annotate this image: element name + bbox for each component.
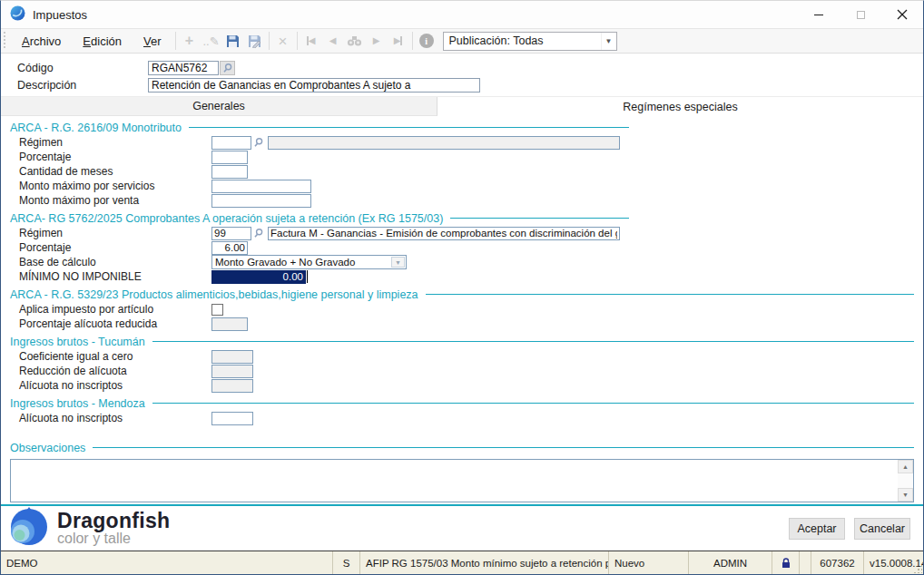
observaciones-scrollbar: ▲ ▼	[898, 460, 913, 502]
find-icon	[347, 35, 362, 47]
maximize-icon	[857, 11, 865, 19]
info-icon: i	[419, 34, 434, 48]
status-spacer	[800, 551, 811, 574]
observaciones-textarea[interactable]	[11, 460, 898, 502]
find-button[interactable]	[344, 30, 366, 52]
lock-icon	[781, 557, 791, 569]
close-icon	[897, 9, 908, 20]
descripcion-label: Descripción	[17, 79, 148, 92]
window-title: Impuestos	[33, 8, 87, 22]
dropdown-icon: ▼	[391, 257, 405, 268]
section-rg5329-header: ARCA - R.G. 5329/23 Productos alimentici…	[10, 287, 914, 302]
search-icon	[222, 63, 233, 73]
descripcion-input[interactable]	[148, 78, 480, 93]
monotributo-monto-servicios-input[interactable]	[211, 180, 311, 193]
status-lock-cell	[772, 551, 800, 574]
rg5329-aplica-checkbox[interactable]	[211, 304, 223, 316]
tucuman-coeficiente-label: Coeficiente igual a cero	[19, 350, 211, 363]
section-observaciones: Observaciones ▲ ▼	[10, 440, 914, 502]
monotributo-regimen-code-input[interactable]	[211, 136, 251, 150]
codigo-label: Código	[17, 62, 148, 74]
monotributo-regimen-desc-field	[268, 136, 620, 150]
next-record-icon: ▶	[373, 36, 380, 45]
section-observaciones-header: Observaciones	[10, 440, 914, 455]
toolbar-separator	[297, 32, 298, 50]
rg5762-porcentaje-input[interactable]	[211, 241, 248, 255]
menu-ver[interactable]: Ver	[133, 31, 172, 52]
toolbar-separator	[269, 32, 270, 50]
save-all-icon	[248, 34, 261, 48]
search-icon	[253, 137, 264, 148]
last-record-icon: ▶	[394, 36, 403, 45]
text-caret	[307, 270, 308, 283]
aceptar-button[interactable]: Aceptar	[789, 518, 845, 540]
rg5762-base-label: Base de cálculo	[19, 256, 211, 268]
tucuman-reduccion-input	[211, 365, 253, 378]
section-monotributo-header: ARCA - R.G. 2616/09 Monotributo	[10, 120, 629, 135]
publication-combobox[interactable]: Publicación: Todas ▼	[443, 32, 617, 51]
rg5762-porcentaje-label: Porcentaje	[19, 241, 211, 254]
impuestos-window: Impuestos Archivo Edición Ver + ..✎	[0, 0, 924, 575]
menu-archivo[interactable]: Archivo	[11, 31, 72, 52]
menu-edicion[interactable]: Edición	[72, 31, 133, 52]
scroll-up-icon[interactable]: ▲	[898, 460, 913, 473]
close-button[interactable]	[881, 1, 923, 28]
mendoza-no-inscriptos-input[interactable]	[211, 412, 253, 425]
save-all-button[interactable]	[244, 30, 266, 52]
tucuman-coeficiente-input	[211, 350, 253, 364]
codigo-input[interactable]	[148, 61, 219, 75]
edit-icon: ..✎	[202, 35, 219, 47]
menubar: Archivo Edición Ver + ..✎ × ◀ ◀	[1, 28, 923, 54]
rg5762-regimen-code-input[interactable]	[211, 227, 251, 240]
info-button[interactable]: i	[416, 30, 437, 52]
brand-name: Dragonfish	[57, 510, 170, 531]
tucuman-reduccion-label: Reducción de alícuota	[19, 365, 211, 377]
publication-value: Publicación: Todas	[444, 34, 601, 47]
monotributo-porcentaje-label: Porcentaje	[19, 151, 211, 163]
save-icon	[226, 34, 240, 48]
tab-regimenes-especiales[interactable]: Regímenes especiales	[437, 97, 923, 116]
rg5329-alicuota-input	[211, 317, 248, 331]
previous-record-icon: ◀	[329, 36, 337, 45]
app-icon	[10, 5, 25, 24]
monotributo-porcentaje-input[interactable]	[211, 151, 248, 164]
toolbar-grip[interactable]	[3, 32, 7, 50]
add-button[interactable]: +	[179, 30, 201, 52]
status-company: DEMO	[1, 551, 333, 574]
rg5762-regimen-search-button[interactable]	[253, 228, 264, 239]
tab-generales[interactable]: Generales	[1, 97, 437, 116]
previous-record-button[interactable]: ◀	[322, 30, 344, 52]
monotributo-monto-venta-input[interactable]	[211, 194, 311, 208]
next-record-button[interactable]: ▶	[366, 30, 388, 52]
scroll-down-icon[interactable]: ▼	[898, 488, 913, 502]
monotributo-meses-input[interactable]	[211, 165, 248, 179]
rg5762-base-combobox[interactable]: Monto Gravado + No Gravado ▼	[211, 255, 407, 269]
rg5329-aplica-label: Aplica impuesto por artículo	[19, 303, 211, 316]
status-user: ADMIN	[689, 551, 772, 574]
footer: Dragonfish color y talle Aceptar Cancela…	[1, 504, 923, 551]
maximize-button[interactable]	[840, 1, 881, 28]
rg5762-regimen-desc-field	[268, 227, 620, 240]
cancelar-button[interactable]: Cancelar	[854, 518, 910, 540]
rg5762-minimo-input[interactable]: 0.00	[211, 270, 306, 284]
minimize-button[interactable]	[798, 1, 840, 28]
mendoza-no-inscriptos-label: Alícuota no inscriptos	[19, 412, 211, 424]
first-record-icon: ◀	[307, 36, 316, 45]
record-header: Código Descripción	[1, 54, 923, 96]
delete-button[interactable]: ×	[272, 30, 294, 52]
monotributo-regimen-search-button[interactable]	[253, 137, 264, 148]
edit-button[interactable]: ..✎	[201, 30, 222, 52]
tucuman-no-inscriptos-input	[211, 379, 253, 393]
rg5762-regimen-label: Régimen	[19, 227, 211, 239]
logo-icon	[8, 507, 48, 551]
status-record-id: 607362	[811, 551, 864, 574]
codigo-search-button[interactable]	[220, 61, 235, 75]
monotributo-meses-label: Cantidad de meses	[19, 165, 211, 178]
first-record-button[interactable]: ◀	[300, 30, 322, 52]
toolbar-separator	[175, 32, 176, 50]
section-tucuman-header: Ingresos brutos - Tucumán	[10, 334, 914, 349]
monotributo-monto-servicios-label: Monto máximo por servicios	[19, 180, 211, 192]
save-button[interactable]	[222, 30, 244, 52]
titlebar: Impuestos	[1, 1, 923, 28]
last-record-button[interactable]: ▶	[388, 30, 409, 52]
